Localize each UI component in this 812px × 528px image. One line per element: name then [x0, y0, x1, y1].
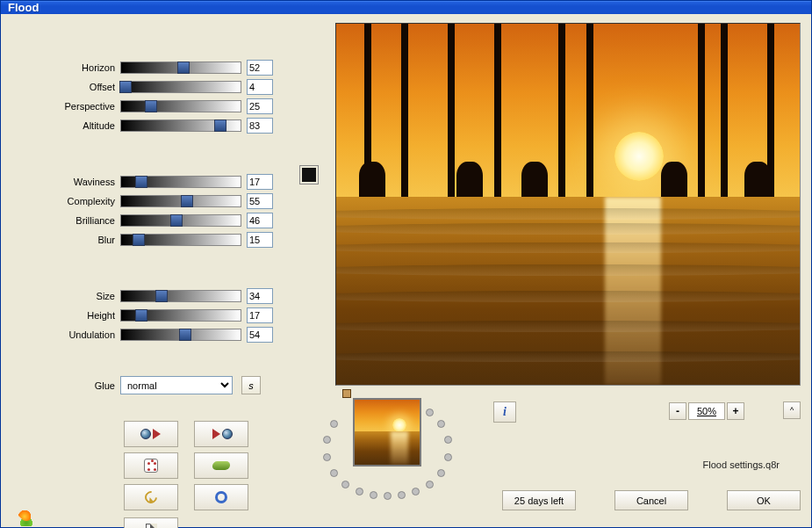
slider-track[interactable] [120, 100, 241, 112]
slider-thumb[interactable] [214, 119, 226, 132]
slider-value-input[interactable] [247, 118, 273, 134]
slider-row-altitude: Altitude [8, 116, 324, 135]
slider-track[interactable] [120, 61, 241, 74]
new-page-button[interactable] [124, 517, 178, 528]
slider-row-undulation: Undulation [8, 325, 324, 344]
slider-row-brilliance: Brilliance [8, 211, 324, 230]
direction-dot[interactable] [437, 469, 445, 477]
wave-icon [212, 461, 230, 470]
direction-dot[interactable] [356, 488, 363, 495]
direction-dot[interactable] [398, 491, 406, 499]
sliders: HorizonOffsetPerspectiveAltitude Wavines… [8, 23, 324, 528]
titlebar[interactable]: Flood [1, 1, 811, 14]
play-disc-button[interactable] [194, 421, 248, 447]
palm-silhouette [586, 24, 593, 197]
anchor-square[interactable] [342, 389, 351, 398]
slider-track[interactable] [120, 195, 241, 207]
slider-group-2: WavinessComplexityBrillianceBlur [8, 172, 324, 250]
slider-value-input[interactable] [247, 327, 273, 343]
direction-dot[interactable] [330, 469, 338, 477]
direction-dot[interactable] [426, 481, 434, 488]
app-fire-icon [18, 510, 41, 528]
person-silhouette [359, 162, 385, 197]
direction-dot[interactable] [412, 488, 420, 495]
slider-track[interactable] [120, 119, 241, 132]
direction-dot[interactable] [341, 481, 349, 488]
single-button-row [124, 517, 324, 528]
below-preview: i - 50% + ^ Flood settings.q8r 25 days l… [335, 391, 801, 514]
slider-value-input[interactable] [247, 232, 273, 248]
slider-thumb[interactable] [155, 290, 168, 302]
direction-dot[interactable] [444, 453, 452, 461]
content: HorizonOffsetPerspectiveAltitude Wavines… [1, 14, 811, 528]
slider-thumb[interactable] [135, 176, 147, 188]
slider-value-input[interactable] [247, 213, 273, 228]
slider-track[interactable] [120, 290, 241, 302]
light-direction-control[interactable] [318, 389, 476, 521]
slider-value-input[interactable] [247, 307, 273, 323]
wave-button[interactable] [194, 452, 248, 479]
slider-thumb[interactable] [170, 214, 183, 227]
slider-value-input[interactable] [247, 79, 273, 95]
person-silhouette [661, 162, 687, 197]
flood-dialog: Flood HorizonOffsetPerspectiveAltitude W… [0, 0, 812, 528]
slider-track[interactable] [120, 214, 241, 227]
slider-thumb[interactable] [145, 100, 157, 112]
direction-dot[interactable] [323, 453, 331, 461]
preview-sun [614, 132, 664, 181]
direction-dot[interactable] [444, 436, 452, 444]
slider-track[interactable] [120, 309, 241, 322]
slider-track[interactable] [120, 176, 241, 188]
color-swatch[interactable] [299, 165, 319, 184]
ok-button[interactable]: OK [727, 490, 801, 510]
slider-label: Offset [8, 82, 120, 92]
zoom-out-button[interactable]: - [669, 402, 686, 420]
slider-track[interactable] [120, 234, 241, 246]
direction-dot[interactable] [426, 409, 434, 416]
direction-dot[interactable] [323, 436, 331, 444]
disc-play-button[interactable] [124, 421, 178, 447]
settings-filename: Flood settings.q8r [703, 459, 780, 470]
person-silhouette [521, 162, 548, 197]
zoom-in-button[interactable]: + [727, 402, 744, 420]
days-left-button[interactable]: 25 days left [502, 490, 576, 510]
slider-thumb[interactable] [179, 329, 191, 341]
undo-button[interactable] [124, 484, 178, 510]
slider-label: Perspective [8, 101, 120, 112]
direction-dot[interactable] [370, 491, 377, 499]
slider-thumb[interactable] [177, 61, 190, 74]
slider-row-size: Size [8, 286, 324, 306]
info-button[interactable]: i [493, 401, 516, 423]
preview-image[interactable] [335, 23, 801, 386]
palm-silhouette [721, 24, 728, 197]
reset-button[interactable] [194, 484, 248, 510]
slider-value-input[interactable] [247, 288, 273, 304]
slider-track[interactable] [120, 329, 241, 341]
slider-label: Brilliance [8, 215, 120, 226]
slider-thumb[interactable] [135, 309, 147, 322]
slider-thumb[interactable] [181, 195, 193, 207]
glue-s-button[interactable]: s [241, 376, 261, 394]
direction-dot[interactable] [384, 492, 392, 500]
glue-select[interactable]: normal [120, 376, 233, 394]
slider-thumb[interactable] [133, 234, 145, 246]
slider-label: Blur [8, 235, 120, 245]
direction-dot[interactable] [437, 420, 445, 428]
slider-value-input[interactable] [247, 98, 273, 114]
thumbnail[interactable] [353, 398, 421, 467]
cancel-button[interactable]: Cancel [614, 490, 688, 510]
random-button[interactable] [124, 452, 178, 479]
glue-row: Glue normal s [8, 376, 324, 394]
slider-track[interactable] [120, 81, 241, 93]
preview-water [336, 197, 800, 385]
slider-thumb[interactable] [119, 81, 132, 93]
undo-icon [142, 488, 160, 506]
collapse-button[interactable]: ^ [783, 401, 801, 419]
direction-dot[interactable] [330, 420, 338, 428]
slider-value-input[interactable] [247, 60, 273, 76]
right-panel: i - 50% + ^ Flood settings.q8r 25 days l… [331, 23, 801, 528]
disc-icon [222, 429, 233, 439]
slider-value-input[interactable] [247, 193, 273, 209]
zoom-value[interactable]: 50% [688, 402, 725, 420]
slider-value-input[interactable] [247, 174, 273, 190]
